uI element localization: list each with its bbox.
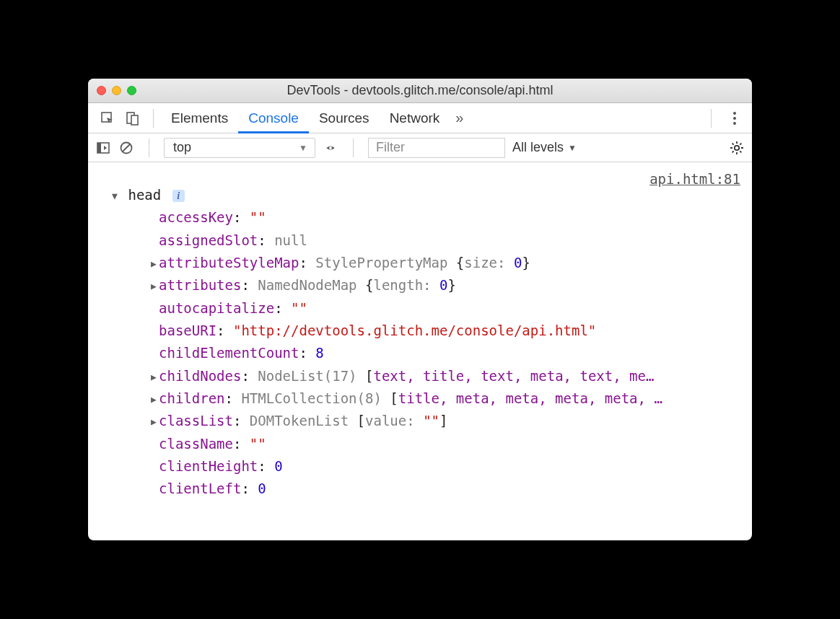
prop-childElementCount[interactable]: childElementCount: 8: [110, 342, 742, 364]
minimize-window-button[interactable]: [112, 86, 121, 95]
console-output: api.html:81 head i accessKey: "" assigne…: [88, 162, 752, 540]
clear-console-icon[interactable]: [118, 140, 134, 156]
panel-tabbar: Elements Console Sources Network »: [88, 103, 752, 133]
tab-console[interactable]: Console: [238, 103, 309, 133]
live-expression-icon[interactable]: [323, 140, 338, 156]
disclosure-triangle-down-icon[interactable]: [110, 188, 120, 203]
svg-line-13: [732, 143, 734, 144]
prop-assignedSlot[interactable]: assignedSlot: null: [110, 229, 742, 252]
devtools-window: DevTools - devtools.glitch.me/console/ap…: [88, 79, 752, 540]
tabbar-right: [704, 109, 746, 128]
info-icon[interactable]: i: [172, 190, 185, 202]
prop-clientLeft[interactable]: clientLeft: 0: [110, 478, 742, 500]
disclosure-triangle-right-icon[interactable]: [149, 256, 159, 271]
prop-baseURI[interactable]: baseURI: "http://devtools.glitch.me/cons…: [110, 320, 742, 342]
chevron-down-icon: ▼: [568, 143, 577, 153]
separator: [711, 109, 712, 128]
more-tabs-icon[interactable]: »: [450, 110, 469, 126]
disclosure-triangle-right-icon[interactable]: [149, 369, 159, 385]
tree-root[interactable]: head i: [110, 184, 742, 206]
prop-className[interactable]: className: "": [110, 433, 742, 455]
separator: [353, 139, 354, 157]
disclosure-triangle-right-icon[interactable]: [149, 392, 159, 407]
svg-line-15: [732, 151, 734, 152]
prop-childNodes[interactable]: childNodes: NodeList(17) [text, title, t…: [110, 365, 742, 387]
toggle-sidebar-icon[interactable]: [95, 140, 111, 156]
svg-rect-2: [131, 115, 138, 125]
close-window-button[interactable]: [97, 86, 106, 95]
separator: [149, 139, 149, 157]
disclosure-triangle-right-icon[interactable]: [149, 278, 159, 294]
svg-rect-4: [97, 143, 101, 153]
tab-elements[interactable]: Elements: [161, 103, 238, 133]
tabbar-left: [94, 110, 146, 126]
device-toolbar-icon[interactable]: [124, 110, 140, 126]
prop-children[interactable]: children: HTMLCollection(8) [title, meta…: [110, 387, 742, 410]
tab-network[interactable]: Network: [380, 103, 450, 133]
disclosure-triangle-right-icon[interactable]: [149, 414, 159, 429]
execution-context-select[interactable]: top ▼: [164, 138, 315, 158]
window-title: DevTools - devtools.glitch.me/console/ap…: [88, 83, 752, 98]
console-settings-icon[interactable]: [729, 140, 745, 156]
root-label: head: [128, 187, 161, 203]
settings-menu-icon[interactable]: [726, 112, 743, 125]
svg-line-6: [123, 144, 130, 152]
context-label: top: [173, 140, 191, 155]
prop-classList[interactable]: classList: DOMTokenList [value: ""]: [110, 410, 742, 432]
prop-clientHeight[interactable]: clientHeight: 0: [110, 455, 742, 478]
log-levels-select[interactable]: All levels ▼: [512, 140, 577, 155]
window-controls: [97, 86, 136, 95]
tab-sources[interactable]: Sources: [309, 103, 380, 133]
filter-input[interactable]: [368, 138, 505, 158]
prop-accessKey[interactable]: accessKey: "": [110, 206, 742, 229]
source-link[interactable]: api.html:81: [649, 168, 740, 190]
svg-line-14: [740, 151, 741, 152]
svg-rect-0: [102, 113, 111, 122]
levels-label: All levels: [512, 140, 564, 155]
titlebar: DevTools - devtools.glitch.me/console/ap…: [88, 79, 752, 103]
separator: [153, 109, 154, 128]
console-toolbar: top ▼ All levels ▼: [88, 133, 752, 162]
inspect-element-icon[interactable]: [100, 110, 115, 126]
prop-autocapitalize[interactable]: autocapitalize: "": [110, 297, 742, 320]
svg-point-8: [735, 145, 739, 149]
svg-point-7: [329, 146, 332, 149]
prop-attributeStyleMap[interactable]: attributeStyleMap: StylePropertyMap {siz…: [110, 252, 742, 274]
chevron-down-icon: ▼: [299, 143, 307, 153]
object-tree: head i accessKey: "" assignedSlot: null …: [88, 162, 752, 508]
svg-line-16: [740, 143, 741, 144]
zoom-window-button[interactable]: [127, 86, 136, 95]
prop-attributes[interactable]: attributes: NamedNodeMap {length: 0}: [110, 274, 742, 297]
